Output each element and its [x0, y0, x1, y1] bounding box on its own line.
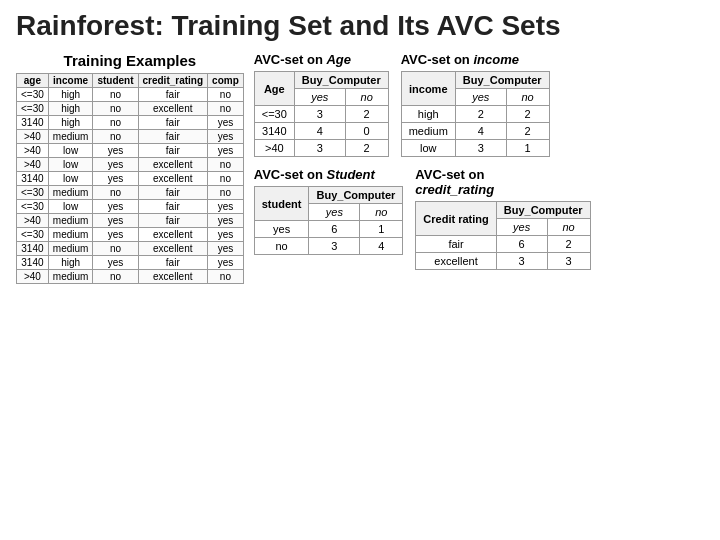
- table-cell: excellent: [138, 172, 208, 186]
- table-row: >4032: [254, 140, 388, 157]
- table-row: low31: [401, 140, 549, 157]
- avc-income-table: income Buy_Computer yes no high22medium4…: [401, 71, 550, 157]
- table-row: <=3032: [254, 106, 388, 123]
- table-cell: <=30: [254, 106, 294, 123]
- th-age: age: [17, 74, 49, 88]
- table-row: <=30highnoexcellentno: [17, 102, 244, 116]
- table-cell: 3140: [17, 116, 49, 130]
- table-cell: 3: [547, 253, 590, 270]
- avc-student-table: student Buy_Computer yes no yes61no34: [254, 186, 404, 255]
- table-cell: 3: [294, 106, 345, 123]
- table-cell: medium: [48, 130, 93, 144]
- table-cell: high: [48, 256, 93, 270]
- avc-credit-table: Credit rating Buy_Computer yes no fair62…: [415, 201, 590, 270]
- table-cell: 3140: [254, 123, 294, 140]
- table-cell: >40: [254, 140, 294, 157]
- table-cell: no: [93, 130, 138, 144]
- table-row: fair62: [416, 236, 590, 253]
- table-cell: yes: [208, 200, 244, 214]
- table-cell: 3140: [17, 172, 49, 186]
- table-cell: excellent: [138, 102, 208, 116]
- table-cell: 2: [345, 140, 388, 157]
- table-row: >40mediumnoexcellentno: [17, 270, 244, 284]
- table-cell: <=30: [17, 200, 49, 214]
- table-cell: yes: [208, 214, 244, 228]
- avc-income-header: income Buy_Computer: [401, 72, 549, 89]
- table-cell: 4: [455, 123, 506, 140]
- table-cell: 2: [455, 106, 506, 123]
- table-cell: fair: [138, 256, 208, 270]
- table-cell: 6: [309, 221, 360, 238]
- training-table: age income student credit_rating comp <=…: [16, 73, 244, 284]
- avc-credit-title: AVC-set oncredit_rating: [415, 167, 590, 197]
- table-cell: no: [93, 102, 138, 116]
- table-cell: excellent: [138, 158, 208, 172]
- table-cell: 3140: [17, 256, 49, 270]
- avc-student-col1: student: [254, 187, 309, 221]
- table-cell: no: [208, 270, 244, 284]
- table-cell: >40: [17, 130, 49, 144]
- avc-credit-yes: yes: [496, 219, 547, 236]
- table-cell: excellent: [138, 270, 208, 284]
- table-row: >40lowyesfairyes: [17, 144, 244, 158]
- table-cell: medium: [48, 228, 93, 242]
- table-row: >40lowyesexcellentno: [17, 158, 244, 172]
- th-income: income: [48, 74, 93, 88]
- table-row: 3140mediumnoexcellentyes: [17, 242, 244, 256]
- table-cell: 3: [455, 140, 506, 157]
- table-row: 314040: [254, 123, 388, 140]
- avc-student-col2: Buy_Computer: [309, 187, 403, 204]
- table-row: >40mediumnofairyes: [17, 130, 244, 144]
- table-row: <=30mediumyesexcellentyes: [17, 228, 244, 242]
- table-cell: medium: [48, 242, 93, 256]
- table-cell: no: [93, 186, 138, 200]
- avc-age-table: Age Buy_Computer yes no <=3032314040>403…: [254, 71, 389, 157]
- avc-credit-col1: Credit rating: [416, 202, 496, 236]
- avc-student-header: student Buy_Computer: [254, 187, 403, 204]
- table-cell: yes: [93, 214, 138, 228]
- table-cell: 2: [506, 123, 549, 140]
- avc-age-yes: yes: [294, 89, 345, 106]
- table-cell: <=30: [17, 102, 49, 116]
- table-cell: yes: [93, 144, 138, 158]
- table-cell: 0: [345, 123, 388, 140]
- table-cell: fair: [138, 186, 208, 200]
- table-cell: fair: [138, 116, 208, 130]
- table-cell: fair: [138, 200, 208, 214]
- table-cell: yes: [93, 228, 138, 242]
- table-cell: low: [48, 144, 93, 158]
- table-cell: yes: [93, 172, 138, 186]
- table-cell: 6: [496, 236, 547, 253]
- avc-student-yes: yes: [309, 204, 360, 221]
- table-cell: low: [48, 172, 93, 186]
- table-row: no34: [254, 238, 403, 255]
- avc-bottom-row: AVC-set on Student student Buy_Computer …: [254, 167, 704, 270]
- table-cell: 3: [294, 140, 345, 157]
- table-cell: no: [208, 172, 244, 186]
- table-cell: medium: [48, 214, 93, 228]
- th-credit: credit_rating: [138, 74, 208, 88]
- avc-age-block: AVC-set on Age Age Buy_Computer yes no: [254, 52, 389, 157]
- table-cell: yes: [93, 200, 138, 214]
- table-cell: fair: [138, 144, 208, 158]
- avc-age-no: no: [345, 89, 388, 106]
- avc-income-title: AVC-set on income: [401, 52, 550, 67]
- table-cell: excellent: [416, 253, 496, 270]
- avc-student-title: AVC-set on Student: [254, 167, 404, 182]
- table-cell: no: [93, 242, 138, 256]
- table-row: high22: [401, 106, 549, 123]
- table-cell: yes: [208, 144, 244, 158]
- avc-area: AVC-set on Age Age Buy_Computer yes no: [254, 52, 704, 270]
- table-cell: <=30: [17, 228, 49, 242]
- table-cell: <=30: [17, 186, 49, 200]
- table-cell: 1: [506, 140, 549, 157]
- th-comp: comp: [208, 74, 244, 88]
- avc-income-col2: Buy_Computer: [455, 72, 549, 89]
- table-cell: yes: [208, 228, 244, 242]
- table-cell: >40: [17, 144, 49, 158]
- avc-income-block: AVC-set on income income Buy_Computer ye…: [401, 52, 550, 157]
- table-cell: yes: [208, 256, 244, 270]
- table-cell: no: [208, 102, 244, 116]
- avc-student-block: AVC-set on Student student Buy_Computer …: [254, 167, 404, 255]
- table-cell: 4: [294, 123, 345, 140]
